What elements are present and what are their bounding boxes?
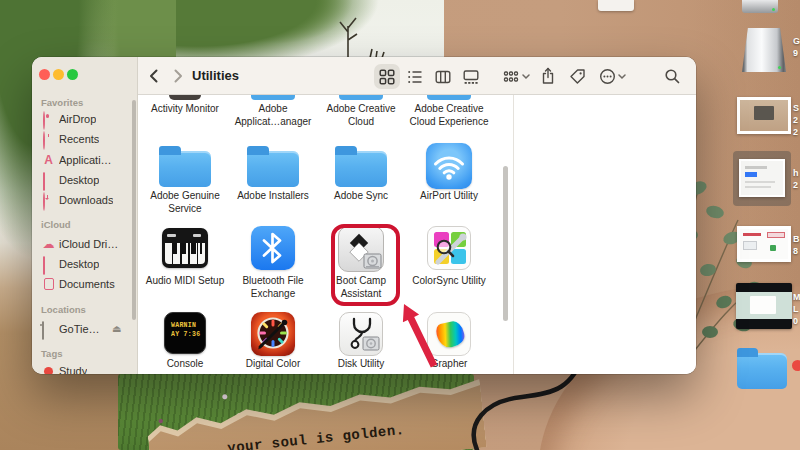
screenshot-label-fragment: S (793, 103, 800, 113)
screenshot-thumbnail[interactable] (737, 97, 791, 134)
screenshot-label-fragment: h (793, 168, 800, 178)
bluetooth-icon (251, 226, 295, 270)
thumbnail-detail (750, 296, 776, 314)
video-label-fragment: L (793, 304, 800, 314)
external-drive-icon[interactable] (741, 28, 787, 72)
folder-icon (247, 151, 299, 187)
sidebar-scrollbar[interactable] (132, 100, 136, 320)
back-button[interactable] (149, 69, 159, 83)
chevron-down-icon[interactable] (618, 74, 626, 80)
share-button[interactable] (540, 67, 556, 85)
window-title: Utilities (192, 68, 239, 83)
minimize-button[interactable] (53, 69, 64, 80)
app-console[interactable]: WARNIN AY 7:36 Console (143, 312, 227, 354)
video-thumbnail[interactable] (736, 283, 792, 329)
screenshot-thumbnail[interactable] (737, 226, 791, 262)
sidebar-item-recents[interactable]: Recents (32, 131, 138, 149)
tag-button[interactable] (569, 68, 586, 85)
cloud-icon: ☁ (41, 237, 56, 252)
column-view-button[interactable] (435, 69, 451, 85)
content-scrollbar[interactable] (503, 166, 508, 321)
red-tag-dot (792, 360, 800, 371)
sidebar-item-gotie-drive[interactable]: GoTie… ⏏ (32, 321, 138, 339)
search-button[interactable] (664, 68, 681, 85)
video-label-fragment: M (793, 292, 800, 302)
more-button[interactable] (599, 68, 616, 85)
app-digital-color-meter[interactable]: Digital Color (231, 312, 315, 356)
drive-led (778, 66, 781, 69)
sidebar-header-favorites: Favorites (41, 97, 83, 108)
gallery-view-button[interactable] (463, 69, 479, 85)
activity-monitor-icon-partial (169, 95, 201, 100)
empty-pane (514, 95, 696, 374)
sidebar-item-downloads[interactable]: Downloads (32, 192, 138, 210)
thumbnail-image (740, 100, 788, 131)
folder-icon-partial (251, 95, 295, 100)
sidebar-item-airdrop[interactable]: AirDrop (32, 111, 138, 129)
digital-color-meter-icon (251, 312, 295, 356)
sidebar-item-desktop[interactable]: Desktop (32, 172, 138, 190)
chevron-down-icon[interactable] (522, 74, 530, 80)
clock-icon (41, 132, 56, 147)
video-label-fragment: 0 (793, 316, 800, 326)
group-button[interactable] (503, 69, 519, 85)
desktop-icon (41, 257, 56, 272)
thumbnail-detail (745, 166, 767, 169)
thumbnail-image (739, 159, 785, 197)
thumbnail-detail (745, 186, 771, 188)
console-icon: WARNIN AY 7:36 (164, 312, 206, 354)
icon-view-button[interactable] (379, 69, 395, 85)
zoom-button[interactable] (67, 69, 78, 80)
screenshot-label-fragment: 8 (793, 246, 800, 256)
tree-silhouette (330, 10, 390, 60)
torn-paper-text: your soul is golden. (227, 422, 406, 450)
colorsync-utility-icon (427, 226, 471, 270)
sidebar-item-desktop-icloud[interactable]: Desktop (32, 256, 138, 274)
folder-icon-partial (427, 95, 471, 100)
folder-icon-partial (339, 95, 383, 100)
drive-label-fragment: G (793, 36, 800, 46)
airport-utility-icon (426, 143, 472, 189)
sidebar-item-tag-study[interactable]: Study (32, 363, 138, 374)
thumbnail-detail (770, 245, 776, 251)
eject-icon[interactable]: ⏏ (112, 323, 121, 334)
list-view-button[interactable] (407, 69, 423, 85)
thumbnail-detail (745, 181, 775, 183)
sidebar-header-tags: Tags (41, 348, 62, 359)
desktop-icon (41, 173, 56, 188)
desktop-folder-icon[interactable] (737, 353, 787, 389)
drive-led (772, 8, 775, 11)
folder-icon (159, 151, 211, 187)
notes-icon-partial[interactable] (598, 0, 634, 11)
close-button[interactable] (39, 69, 50, 80)
screenshot-label-fragment: 2 (793, 127, 800, 137)
thumbnail-detail (743, 233, 761, 236)
wifi-icon (426, 143, 472, 189)
forward-button[interactable] (173, 69, 183, 83)
applications-icon: A (41, 153, 56, 168)
audio-midi-setup-icon (162, 228, 208, 268)
disk-utility-icon (339, 312, 383, 356)
airdrop-icon (41, 112, 56, 127)
sidebar: Favorites AirDrop Recents A Applicati… D… (32, 57, 138, 374)
sidebar-header-icloud: iCloud (41, 219, 71, 230)
screenshot-label-fragment: B (793, 234, 800, 244)
app-audio-midi-setup[interactable]: Audio MIDI Setup (143, 226, 227, 266)
external-drive-icon-partial[interactable] (742, 0, 778, 13)
folder-icon (335, 151, 387, 187)
thumbnail-detail (743, 241, 757, 250)
highlight-box-boot-camp (331, 224, 400, 306)
sidebar-item-documents[interactable]: Documents (32, 276, 138, 294)
hard-drive-icon (41, 322, 56, 337)
thumbnail-detail (754, 106, 774, 120)
screenshot-label-fragment: 2 (793, 180, 800, 190)
sidebar-item-icloud-drive[interactable]: ☁ iCloud Dri… (32, 236, 138, 254)
folder-tab (737, 348, 758, 357)
red-tag-dot-icon (41, 364, 56, 374)
screenshot-thumbnail-selected[interactable] (733, 151, 791, 206)
drive-label-fragment: 9 (793, 48, 800, 58)
finder-window: Favorites AirDrop Recents A Applicati… D… (32, 57, 696, 374)
thumbnail-detail (745, 172, 757, 177)
sidebar-header-locations: Locations (41, 304, 86, 315)
sidebar-item-applications[interactable]: A Applicati… (32, 152, 138, 170)
